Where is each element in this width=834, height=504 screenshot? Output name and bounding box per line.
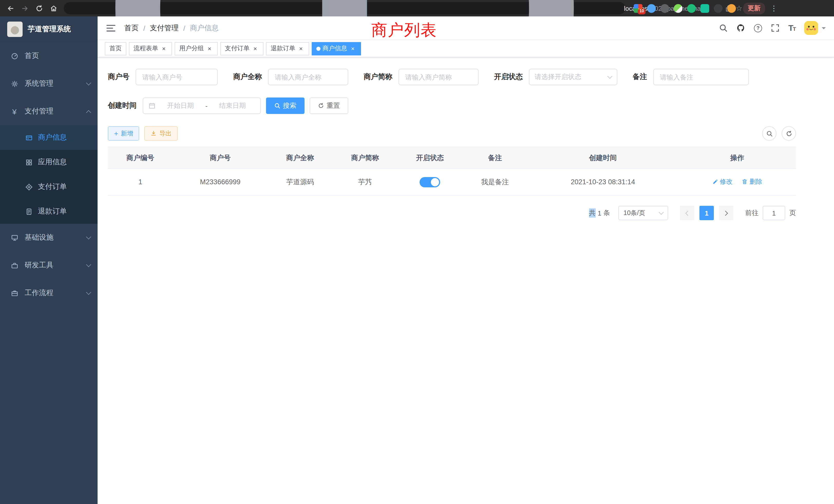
extension-icon-3[interactable] [660,4,669,13]
screen: localhost:1024/pay/merchant ☆ 10 更新 ⋮ [0,0,834,504]
aim-icon [25,183,33,191]
plus-icon: + [114,130,118,137]
breadcrumb-current: 商户信息 [190,23,219,32]
next-page-button[interactable] [719,206,733,220]
search-icon[interactable] [719,24,728,32]
cell-short-name: 芋艿 [332,168,397,195]
tabs-bar: 首页 流程表单× 用户分组× 支付订单× 退款订单× 商户信息× [97,40,834,58]
sidebar-item-merchant-info[interactable]: 商户信息 [0,125,97,150]
table-row: 1 M233666999 芋道源码 芋艿 我是备注 2021-10-23 08:… [108,168,796,195]
omnibox-url-bar[interactable]: localhost:1024/pay/merchant ☆ [64,2,626,14]
sidebar-menu: 首页 系统管理 ¥ 支付管理 商户信息 [0,42,97,307]
extension-icon-2[interactable] [647,4,656,13]
home-icon[interactable] [47,2,60,14]
merchant-no-input[interactable] [136,69,218,85]
hide-search-button[interactable] [762,126,776,141]
cell-status [397,168,462,195]
app-title: 芋道管理系统 [28,25,71,34]
breadcrumb-home[interactable]: 首页 [124,23,139,32]
top-navbar: 首页 / 支付管理 / 商户信息 ? [97,17,834,40]
tab-user-group[interactable]: 用户分组× [175,42,218,55]
user-avatar[interactable] [804,21,818,35]
back-icon[interactable] [4,2,17,14]
sidebar-item-system[interactable]: 系统管理 [0,70,97,97]
cell-id: 1 [108,168,173,195]
extension-icon-6[interactable] [701,4,709,13]
tab-refund-order[interactable]: 退款订单× [266,42,309,55]
chevron-right-icon [723,210,728,215]
sidebar-item-payment[interactable]: ¥ 支付管理 [0,97,97,125]
cell-remark: 我是备注 [462,168,527,195]
sidebar-toggle-icon[interactable] [106,23,116,33]
monitor-icon [10,233,19,242]
date-end-placeholder[interactable]: 结束日期 [210,101,255,110]
sidebar-item-app-info[interactable]: 应用信息 [0,150,97,175]
close-icon[interactable]: × [206,45,213,52]
sidebar-item-home[interactable]: 首页 [0,42,97,70]
remark-input[interactable] [653,69,749,85]
browser-menu-icon[interactable]: ⋮ [767,4,781,12]
date-start-placeholder[interactable]: 开始日期 [158,101,203,110]
close-icon[interactable]: × [297,45,305,52]
close-icon[interactable]: × [349,45,356,52]
status-toggle[interactable] [420,177,440,187]
app-logo[interactable]: 芋道管理系统 [0,17,97,42]
chevron-down-icon [607,74,612,79]
filter-row-2: 创建时间 开始日期 - 结束日期 搜索 重置 [108,97,796,114]
edit-icon [712,179,718,185]
goto-page-input[interactable] [763,206,785,220]
status-select[interactable]: 请选择开启状态 [529,69,617,85]
github-icon[interactable] [737,24,745,32]
briefcase-icon [10,289,19,297]
extension-icon-1[interactable]: 10 [634,4,642,13]
close-icon[interactable]: × [251,45,259,52]
reset-button[interactable]: 重置 [310,97,348,114]
browser-update-button[interactable]: 更新 [743,2,765,14]
tab-pay-order[interactable]: 支付订单× [220,42,263,55]
search-button[interactable]: 搜索 [266,97,305,114]
add-button[interactable]: + 新增 [108,126,139,141]
font-size-icon[interactable]: TT [788,23,795,32]
page-number-current[interactable]: 1 [699,206,714,220]
gear-icon [10,79,19,88]
close-icon[interactable]: × [160,45,168,52]
short-name-input[interactable] [398,69,479,85]
export-button[interactable]: 导出 [144,126,178,141]
reload-icon[interactable] [33,2,45,14]
profile-avatar-icon[interactable] [727,4,736,13]
page-size-select[interactable]: 10条/页 [618,206,668,220]
extension-badge: 10 [638,8,645,14]
document-icon [25,207,33,215]
delete-link[interactable]: 删除 [742,178,762,186]
table-header-row: 商户编号 商户号 商户全称 商户简称 开启状态 备注 创建时间 操作 [108,147,796,168]
pagination-goto: 前往 页 [745,206,796,220]
extension-icon-7[interactable] [714,4,723,13]
extension-icon-5[interactable] [687,4,696,13]
extension-icon-4[interactable] [674,4,682,13]
fullscreen-icon[interactable] [771,24,780,32]
tab-home[interactable]: 首页 [105,42,126,55]
full-name-input[interactable] [268,69,348,85]
sidebar-item-pay-order[interactable]: 支付订单 [0,175,97,199]
sidebar-item-infra[interactable]: 基础设施 [0,224,97,251]
tab-process-form[interactable]: 流程表单× [129,42,172,55]
refresh-table-button[interactable] [782,126,796,141]
date-range-picker[interactable]: 开始日期 - 结束日期 [143,97,261,114]
breadcrumb-payment[interactable]: 支付管理 [150,23,179,32]
sidebar: 芋道管理系统 首页 系统管理 ¥ 支付管理 [0,17,97,504]
filter-row-1: 商户号 商户全称 商户简称 开启状态 请选择开启状态 [108,69,796,85]
sidebar-item-workflow[interactable]: 工作流程 [0,279,97,307]
edit-link[interactable]: 修改 [712,178,732,186]
prev-page-button[interactable] [680,206,694,220]
navbar-actions: ? TT [719,21,826,35]
merchant-no-label: 商户号 [108,72,129,82]
user-menu[interactable] [804,21,826,35]
sidebar-item-refund-order[interactable]: 退款订单 [0,199,97,224]
forward-icon[interactable] [19,2,31,14]
full-name-label: 商户全称 [233,72,262,82]
tab-merchant-info[interactable]: 商户信息× [312,42,361,55]
sidebar-item-dev-tools[interactable]: 研发工具 [0,251,97,279]
yen-icon: ¥ [10,107,19,115]
app-grid-icon [25,158,33,166]
help-icon[interactable]: ? [754,24,762,32]
